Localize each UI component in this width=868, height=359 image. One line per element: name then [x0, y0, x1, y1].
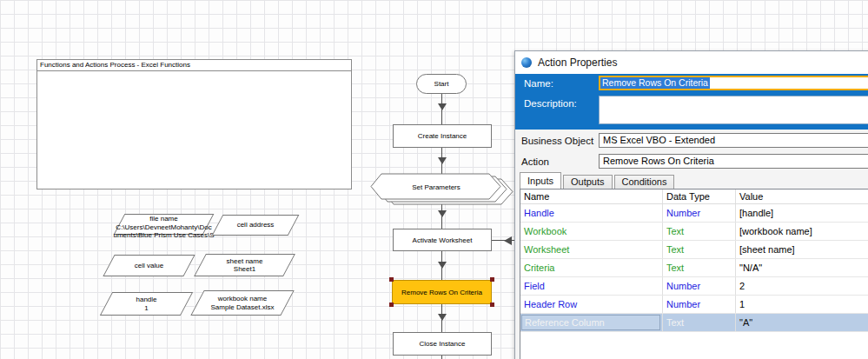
data-item-value: 1	[144, 304, 148, 313]
inputs-table-row[interactable]: WorksheetText[sheet name]	[520, 241, 868, 259]
business-object-value: MS Excel VBO - Extended	[603, 135, 715, 145]
cell-value[interactable]: 1	[736, 296, 868, 313]
selection-handle[interactable]	[389, 302, 394, 307]
link-arrow-down-icon	[438, 262, 447, 269]
data-item-cell-address[interactable]: cell address	[217, 215, 294, 236]
cell-value[interactable]: [handle]	[736, 204, 868, 222]
tab-conditions[interactable]: Conditions	[614, 175, 675, 189]
inputs-table-rows: HandleNumber[handle]WorkbookText[workboo…	[520, 204, 868, 332]
stage-label: Set Parameters	[412, 183, 461, 191]
cell-param-name[interactable]: Reference Column	[520, 314, 663, 331]
data-item-value: C:\Users\DevneetMohanty\Doc	[116, 223, 211, 232]
link-arrow-down-icon	[438, 103, 447, 110]
tab-inputs[interactable]: Inputs	[520, 172, 561, 189]
header-value[interactable]: Value	[736, 189, 868, 203]
stage-remove-rows-on-criteria[interactable]: Remove Rows On Criteria	[392, 280, 492, 304]
link-arrow-down-icon	[438, 314, 447, 321]
cell-data-type[interactable]: Text	[663, 314, 736, 331]
tab-outputs[interactable]: Outputs	[563, 175, 613, 189]
action-value: Remove Rows On Criteria	[603, 156, 714, 166]
stage-create-instance[interactable]: Create Instance	[393, 124, 492, 148]
data-item-file-name[interactable]: file name C:\Users\DevneetMohanty\Doc um…	[119, 214, 209, 235]
data-item-name: cell address	[237, 221, 275, 229]
data-item-handle[interactable]: handle 1	[106, 292, 187, 316]
cell-param-name[interactable]: Criteria	[520, 259, 663, 276]
cell-data-type[interactable]: Text	[663, 241, 736, 258]
data-item-value: Sample Dataset.xlsx	[211, 303, 275, 312]
cell-value[interactable]: [sheet name]	[736, 241, 868, 258]
data-item-workbook-name[interactable]: workbook name Sample Dataset.xlsx	[197, 290, 288, 316]
business-object-label: Business Object	[521, 136, 593, 146]
stage-label: Create Instance	[418, 132, 467, 140]
stage-activate-worksheet[interactable]: Activate Worksheet	[393, 229, 492, 251]
link-arrow-down-icon	[438, 210, 447, 217]
name-input-selected-text: Remove Rows On Criteria	[600, 77, 710, 89]
link-arrow-down-icon	[438, 157, 447, 164]
stage-label: Activate Worksheet	[413, 236, 473, 244]
header-data-type[interactable]: Data Type	[663, 189, 736, 203]
selection-handle[interactable]	[490, 302, 494, 307]
tab-bar: Inputs Outputs Conditions	[520, 172, 676, 189]
cell-param-name[interactable]: Worksheet	[520, 241, 663, 258]
data-item-name: file name	[149, 215, 177, 223]
data-item-name: sheet name	[227, 257, 263, 266]
action-label: Action	[521, 156, 549, 167]
business-object-select[interactable]: MS Excel VBO - Extended	[599, 133, 868, 148]
header-name[interactable]: Name	[520, 189, 663, 203]
stage-close-instance[interactable]: Close Instance	[393, 332, 492, 356]
data-item-sheet-name[interactable]: sheet name Sheet1	[200, 254, 289, 276]
process-info-box[interactable]: Functions and Actions Process - Excel Fu…	[36, 59, 352, 189]
stage-label: Start	[434, 80, 449, 88]
data-item-cell-value[interactable]: cell value	[109, 255, 189, 276]
name-label: Name:	[524, 78, 553, 89]
inputs-table: Name Data Type Value HandleNumber[handle…	[520, 189, 868, 359]
inputs-table-row[interactable]: Header RowNumber1	[520, 296, 868, 314]
cell-value[interactable]: "A"	[736, 314, 868, 331]
description-label: Description:	[524, 98, 577, 109]
action-properties-dialog: Action Properties Name: Remove Rows On C…	[514, 50, 868, 359]
dialog-titlebar[interactable]: Action Properties	[515, 51, 868, 74]
link-close-out	[441, 356, 442, 359]
selection-handle[interactable]	[389, 277, 394, 282]
cell-param-name[interactable]: Header Row	[520, 296, 663, 313]
process-studio-canvas: Functions and Actions Process - Excel Fu…	[0, 0, 868, 359]
selection-handle[interactable]	[490, 277, 494, 282]
cell-param-name[interactable]: Workbook	[520, 223, 663, 240]
dialog-title: Action Properties	[538, 57, 617, 69]
inputs-table-row[interactable]: FieldNumber2	[520, 277, 868, 296]
cell-data-type[interactable]: Text	[663, 259, 736, 276]
inputs-table-row[interactable]: HandleNumber[handle]	[520, 204, 868, 223]
process-info-title: Functions and Actions Process - Excel Fu…	[37, 60, 351, 71]
cell-edit-focus[interactable]: Reference Column	[521, 315, 660, 330]
link-arrow-left-icon	[504, 236, 512, 245]
cell-value[interactable]: 2	[736, 277, 868, 295]
stage-set-parameters[interactable]: Set Parameters	[370, 173, 516, 211]
inputs-table-header: Name Data Type Value	[520, 189, 868, 204]
inputs-table-row[interactable]: CriteriaText"N/A"	[520, 259, 868, 277]
cell-data-type[interactable]: Text	[663, 223, 736, 240]
cell-param-name[interactable]: Handle	[520, 204, 663, 222]
stage-label: Close Instance	[420, 340, 466, 348]
cell-data-type[interactable]: Number	[663, 277, 736, 295]
description-textarea[interactable]	[599, 96, 868, 124]
cell-value[interactable]: "N/A"	[736, 259, 868, 276]
blue-prism-icon	[521, 57, 532, 68]
data-item-name: cell value	[135, 262, 163, 270]
dialog-header-panel: Name: Remove Rows On Criteria Descriptio…	[515, 74, 868, 130]
inputs-table-row[interactable]: WorkbookText[workbook name]	[520, 223, 868, 241]
action-select[interactable]: Remove Rows On Criteria	[599, 154, 868, 169]
data-item-value: Sheet1	[234, 265, 255, 274]
stage-start[interactable]: Start	[416, 74, 467, 94]
data-item-name: workbook name	[218, 295, 267, 303]
stage-label: Remove Rows On Criteria	[401, 289, 482, 296]
data-item-value: uments\Blue Prism Use Cases\S	[113, 231, 214, 240]
cell-data-type[interactable]: Number	[663, 204, 736, 222]
name-input[interactable]: Remove Rows On Criteria	[599, 76, 868, 90]
inputs-table-row[interactable]: Reference ColumnText"A"	[520, 314, 868, 332]
data-item-name: handle	[136, 296, 156, 304]
cell-param-name[interactable]: Field	[520, 277, 663, 295]
cell-data-type[interactable]: Number	[663, 296, 736, 313]
cell-value[interactable]: [workbook name]	[736, 223, 868, 240]
